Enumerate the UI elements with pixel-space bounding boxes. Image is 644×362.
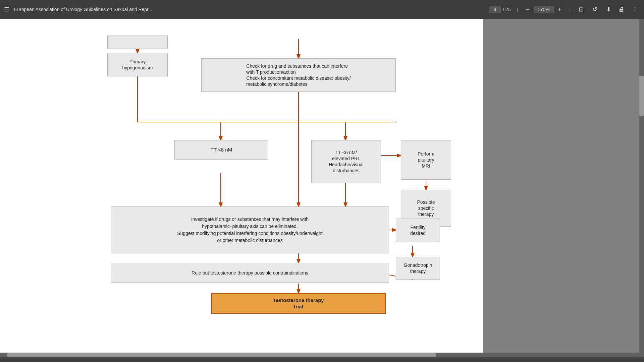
scrollbar-thumb-bottom[interactable] [7, 353, 436, 357]
tt8-box: TT <8 nM [174, 140, 268, 160]
scrollbar-thumb-right[interactable] [639, 76, 644, 116]
fertility-desired-box: Fertility desired [396, 219, 440, 242]
tt6-label: TT <6 nM/ elevated PRL Headache/visual d… [329, 149, 364, 174]
download-button[interactable]: ⬇ [604, 4, 613, 14]
toolbar: ☰ European Association of Urology Guidel… [0, 0, 644, 19]
scrollbar-bottom[interactable] [0, 353, 644, 357]
fertility-desired-label: Fertility desired [410, 224, 426, 236]
pituitary-mri-label: Perform pituitary MRI [418, 151, 434, 169]
document-title: European Association of Urology Guidelin… [14, 7, 484, 12]
testosterone-trial-label: Testosterone therapy trial [273, 297, 324, 310]
zoom-in-button[interactable]: + [556, 5, 564, 14]
tt8-label: TT <8 nM [211, 146, 232, 153]
rule-out-label: Rule out testosterone therapy possible c… [192, 270, 308, 276]
rule-out-box: Rule out testosterone therapy possible c… [111, 263, 389, 283]
investigate-box: Investigate if drugs or substances that … [111, 206, 389, 253]
page-separator: / 25 [503, 7, 511, 12]
primary-hypogonadism-label: Primary hypogonadism [122, 59, 153, 71]
toolbar-right-actions: ⬇ 🖨 ⋮ [604, 4, 640, 14]
gonadotropin-label: Gonadotropin therapy [404, 262, 432, 274]
zoom-controls: − + [524, 5, 563, 14]
rotate-button[interactable]: ↺ [590, 4, 599, 14]
scrollbar-right[interactable] [639, 19, 644, 357]
flowchart: Primary hypogonadism Check for drug and … [80, 39, 483, 357]
investigate-label: Investigate if drugs or substances that … [177, 216, 323, 244]
specific-therapy-label: Possible specific therapy [417, 199, 435, 218]
top-hidden-box [107, 36, 168, 49]
check-drugs-label: Check for drug and substances that can i… [246, 63, 351, 87]
separator-2: | [569, 7, 571, 12]
primary-hypogonadism-box: Primary hypogonadism [107, 53, 168, 76]
zoom-out-button[interactable]: − [524, 5, 532, 14]
pdf-page: Primary hypogonadism Check for drug and … [0, 19, 483, 357]
separator-1: | [517, 7, 518, 12]
pituitary-mri-box: Perform pituitary MRI [401, 140, 451, 180]
more-options-button[interactable]: ⋮ [630, 4, 640, 14]
page-navigation: / 25 [489, 6, 511, 13]
gonadotropin-box: Gonadotropin therapy [396, 257, 440, 280]
check-drugs-box: Check for drug and substances that can i… [201, 58, 396, 92]
zoom-input[interactable] [534, 6, 554, 13]
tt6-box: TT <6 nM/ elevated PRL Headache/visual d… [311, 140, 381, 183]
testosterone-trial-box: Testosterone therapy trial [211, 293, 386, 314]
main-content: Primary hypogonadism Check for drug and … [0, 19, 644, 357]
fit-page-button[interactable]: ⊡ [577, 4, 586, 14]
print-button[interactable]: 🖨 [616, 5, 627, 14]
menu-icon[interactable]: ☰ [4, 6, 9, 13]
page-input[interactable] [489, 6, 501, 13]
